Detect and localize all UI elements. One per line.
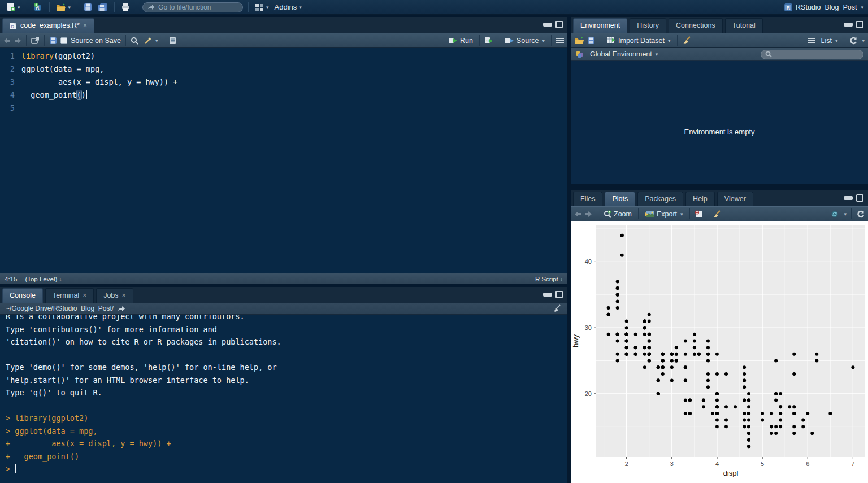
save-workspace-icon[interactable] <box>587 37 595 45</box>
console-tabstrip: ConsoleTerminal×Jobs× <box>0 287 567 303</box>
next-plot-icon[interactable] <box>585 211 592 217</box>
save-all-button[interactable] <box>97 2 109 12</box>
run-button[interactable]: Run <box>446 36 475 45</box>
publish-caret-icon[interactable]: ▾ <box>844 211 847 217</box>
save-button[interactable] <box>83 2 93 12</box>
print-icon <box>121 3 131 11</box>
toolbar-separator <box>137 2 137 12</box>
plot-region: 234567203040displhwy <box>571 221 868 483</box>
tab-connections[interactable]: Connections <box>669 18 723 33</box>
console-output[interactable]: R is a collaborative project with many c… <box>0 315 567 483</box>
goto-file-function-box[interactable] <box>142 2 243 12</box>
save-source-icon[interactable] <box>49 37 57 45</box>
find-icon[interactable] <box>131 37 138 45</box>
previous-plot-icon[interactable] <box>574 211 581 217</box>
line-number: 4 <box>0 89 21 102</box>
minimize-console-icon[interactable] <box>543 293 552 297</box>
addins-button[interactable]: Addins ▾ <box>274 2 303 12</box>
pane-layout-button[interactable]: ▾ <box>254 3 270 12</box>
svg-text:20: 20 <box>585 390 592 397</box>
goto-file-function-input[interactable] <box>158 3 232 11</box>
tab-packages[interactable]: Packages <box>637 192 683 206</box>
tab-plots[interactable]: Plots <box>605 192 635 206</box>
forward-icon[interactable] <box>14 37 21 44</box>
tab-help[interactable]: Help <box>685 192 715 206</box>
export-plot-button[interactable]: Export ▾ <box>643 210 685 219</box>
maximize-environment-icon[interactable] <box>856 21 863 28</box>
svg-text:R: R <box>787 5 790 10</box>
tab-files[interactable]: Files <box>573 192 602 206</box>
maximize-source-icon[interactable] <box>555 21 563 28</box>
load-workspace-icon[interactable] <box>574 36 584 45</box>
tab-tutorial[interactable]: Tutorial <box>725 18 763 33</box>
goto-directory-icon[interactable] <box>118 306 125 312</box>
console-line: Type 'q()' to quit R. <box>6 386 567 399</box>
new-file-button[interactable]: ▾ <box>5 2 21 12</box>
tab-console[interactable]: Console <box>2 288 43 303</box>
scope-selector[interactable]: (Top Level) ↕ <box>25 276 62 282</box>
remove-plot-icon[interactable] <box>695 210 703 218</box>
document-outline-icon[interactable] <box>556 37 564 45</box>
popout-icon[interactable] <box>31 37 40 44</box>
new-file-icon <box>6 2 15 12</box>
maximize-plots-icon[interactable] <box>856 194 863 202</box>
tab-terminal[interactable]: Terminal× <box>45 288 94 303</box>
close-tab-icon[interactable]: × <box>83 19 87 33</box>
rerun-icon[interactable]: 9 <box>484 37 493 44</box>
code-text: aes(x = displ, y = hwy)) + <box>21 76 177 89</box>
environment-scope-selector[interactable]: Global Environment ▾ <box>588 50 659 59</box>
clear-console-icon[interactable] <box>553 304 562 312</box>
print-button[interactable] <box>120 2 132 12</box>
back-icon[interactable] <box>3 37 11 44</box>
environment-tabstrip: EnvironmentHistoryConnectionsTutorial <box>571 17 868 33</box>
tab-environment[interactable]: Environment <box>573 18 627 33</box>
pane-layout-caret-icon: ▾ <box>266 5 269 10</box>
global-environment-icon <box>575 50 584 58</box>
maximize-console-icon[interactable] <box>555 291 563 298</box>
minimize-plots-icon[interactable] <box>844 196 853 200</box>
minimize-environment-icon[interactable] <box>844 23 853 27</box>
refresh-plot-icon[interactable] <box>856 210 865 218</box>
list-view-button[interactable]: List ▾ <box>819 36 839 45</box>
refresh-caret-icon[interactable]: ▾ <box>862 38 865 43</box>
source-button[interactable]: Source ▾ <box>503 36 546 45</box>
scatter-plot: 234567203040displhwy <box>571 221 868 483</box>
export-plot-icon <box>645 210 654 217</box>
close-tab-icon[interactable]: × <box>122 289 126 303</box>
svg-text:30: 30 <box>585 324 592 331</box>
code-tools-button[interactable]: ▾ <box>142 36 160 45</box>
console-line: R is a collaborative project with many c… <box>6 315 567 323</box>
close-tab-icon[interactable]: × <box>83 289 86 303</box>
code-line: 5 <box>0 102 567 115</box>
refresh-environment-icon[interactable] <box>849 37 857 45</box>
addins-caret-icon: ▾ <box>299 5 302 10</box>
tab-jobs[interactable]: Jobs× <box>96 288 133 303</box>
svg-text:5: 5 <box>761 460 764 467</box>
clear-environment-icon[interactable] <box>682 36 692 45</box>
tab-history[interactable]: History <box>630 18 666 33</box>
tab-code-examples[interactable]: R code_examples.R* × <box>2 18 94 33</box>
project-selector[interactable]: R RStudio_Blog_Post ▾ <box>784 3 863 12</box>
compile-report-icon[interactable] <box>169 37 176 45</box>
new-project-button[interactable]: R <box>32 2 44 12</box>
clear-plots-icon[interactable] <box>713 210 722 218</box>
search-icon <box>765 51 772 58</box>
import-dataset-button[interactable]: Import Dataset ▾ <box>605 36 672 45</box>
project-cube-icon: R <box>784 3 793 12</box>
file-type-selector[interactable]: R Script ↕ <box>535 276 563 282</box>
console-line: Type 'demo()' for some demos, 'help()' f… <box>6 361 567 374</box>
environment-search-box[interactable] <box>761 50 863 59</box>
toolbar-separator <box>49 2 50 12</box>
publish-icon[interactable] <box>830 210 839 218</box>
minimize-source-icon[interactable] <box>543 23 552 27</box>
source-icon <box>505 37 514 44</box>
open-file-button[interactable]: ▾ <box>55 2 72 12</box>
new-file-caret-icon: ▾ <box>18 5 20 10</box>
code-editor[interactable]: 1library(ggplot2)2ggplot(data = mpg,3 ae… <box>0 48 567 273</box>
zoom-plot-button[interactable]: Zoom <box>602 210 633 219</box>
code-line: 4 geom_point() <box>0 89 567 102</box>
list-view-icon[interactable] <box>808 37 815 45</box>
plots-tab-label: Files <box>580 192 595 206</box>
tab-viewer[interactable]: Viewer <box>717 192 753 206</box>
source-on-save-checkbox[interactable] <box>60 37 67 44</box>
